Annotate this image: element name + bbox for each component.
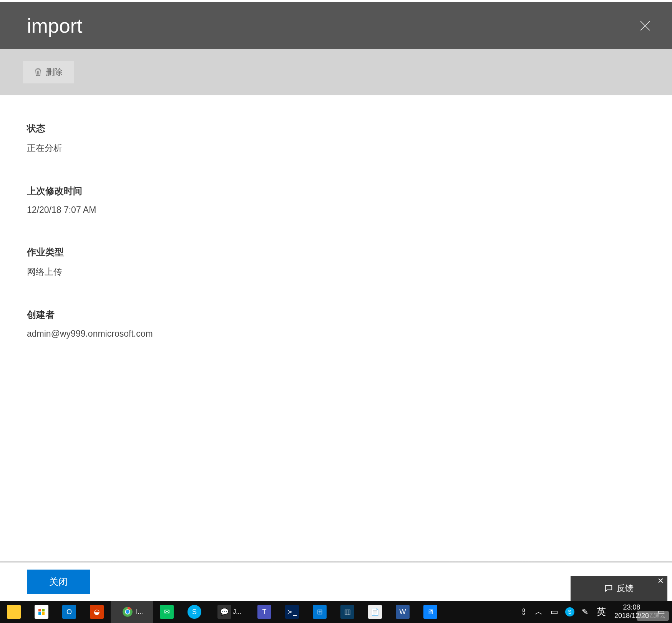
feedback-label: 反馈 [617,583,634,594]
taskbar-chrome[interactable]: I... [111,601,153,623]
delete-button[interactable]: 删除 [23,61,74,83]
import-panel: import 删除 状态 正在分析 上次修改时间 12/20/18 7:07 A… [0,2,672,601]
chrome-icon [121,605,134,619]
svg-rect-7 [42,612,45,615]
close-button[interactable]: 关闭 [27,570,90,594]
jabber-label: J... [233,608,241,615]
status-label: 状态 [27,122,645,135]
watermark: ☁ 亿速云 [637,611,669,621]
field-created-by: 创建者 admin@wy999.onmicrosoft.com [27,309,645,339]
tray-skype[interactable]: S [562,601,577,623]
people-icon: ⩉ [521,606,526,617]
feedback-close-button[interactable]: ✕ [657,577,664,585]
teams-icon: T [257,605,271,619]
app-icon: ◒ [90,605,104,619]
taskbar-jabber[interactable]: 💬 J... [208,601,251,623]
word-icon: W [396,605,410,619]
tray-overflow[interactable]: ︿ [531,601,547,623]
taskbar-windows-admin[interactable]: ⊞ [306,601,334,623]
tray-ime[interactable]: 英 [593,606,610,618]
close-icon [639,20,651,32]
rdp-icon: 🖥 [423,605,437,619]
status-value: 正在分析 [27,142,645,154]
powershell-icon: ≻_ [285,605,299,619]
cloud-icon: ☁ [640,612,646,620]
job-type-label: 作业类型 [27,246,645,258]
chevron-up-icon: ︿ [535,606,543,617]
titlebar: import [0,2,672,49]
taskbar-notepad[interactable]: 📄 [361,601,389,623]
svg-rect-4 [38,609,41,611]
svg-rect-6 [38,612,41,615]
taskbar-server-manager[interactable]: ▥ [334,601,361,623]
taskbar-file-explorer[interactable] [0,601,28,623]
taskbar-teams[interactable]: T [251,601,278,623]
watermark-text: 亿速云 [647,612,666,620]
close-panel-button[interactable] [634,14,657,37]
jabber-icon: 💬 [217,605,231,619]
wechat-icon: ✉ [160,605,174,619]
taskbar-app-orange[interactable]: ◒ [83,601,111,623]
skype-tray-icon: S [565,607,574,616]
trash-icon [34,68,42,76]
tray-pen[interactable]: ✎ [577,601,593,623]
folder-icon [7,605,21,619]
taskbar-store[interactable] [28,601,55,623]
windows-icon: ⊞ [313,605,327,619]
tray-people[interactable]: ⩉ [516,601,531,623]
taskbar-skype[interactable]: S [181,601,208,623]
chrome-label: I... [136,608,143,615]
taskbar-powershell[interactable]: ≻_ [278,601,306,623]
outlook-icon: O [62,605,76,619]
job-type-value: 网络上传 [27,266,645,278]
field-last-modified: 上次修改时间 12/20/18 7:07 AM [27,185,645,215]
notepad-icon: 📄 [368,605,382,619]
content-area: 状态 正在分析 上次修改时间 12/20/18 7:07 AM 作业类型 网络上… [0,95,672,561]
field-job-type: 作业类型 网络上传 [27,246,645,278]
skype-icon: S [187,605,201,619]
panel-title: import [27,14,634,37]
tray-battery[interactable]: ▭ [547,601,562,623]
delete-label: 删除 [46,66,63,78]
taskbar-wechat[interactable]: ✉ [153,601,181,623]
store-icon [35,605,48,619]
svg-rect-5 [42,609,45,611]
battery-icon: ▭ [551,607,558,616]
pen-icon: ✎ [582,607,589,616]
feedback-bar[interactable]: 反馈 ✕ [571,576,667,601]
last-modified-label: 上次修改时间 [27,185,645,197]
server-icon: ▥ [340,605,354,619]
taskbar-word[interactable]: W [389,601,416,623]
field-status: 状态 正在分析 [27,122,645,154]
clock-time: 23:08 [614,603,649,612]
chat-icon [604,584,613,593]
toolbar: 删除 [0,49,672,95]
taskbar: O ◒ I... ✉ S 💬 J... T ≻_ ⊞ ▥ 📄 W 🖥 [0,601,672,623]
taskbar-outlook[interactable]: O [55,601,83,623]
created-by-value: admin@wy999.onmicrosoft.com [27,329,645,339]
last-modified-value: 12/20/18 7:07 AM [27,205,645,215]
taskbar-remote-desktop[interactable]: 🖥 [416,601,444,623]
created-by-label: 创建者 [27,309,645,321]
